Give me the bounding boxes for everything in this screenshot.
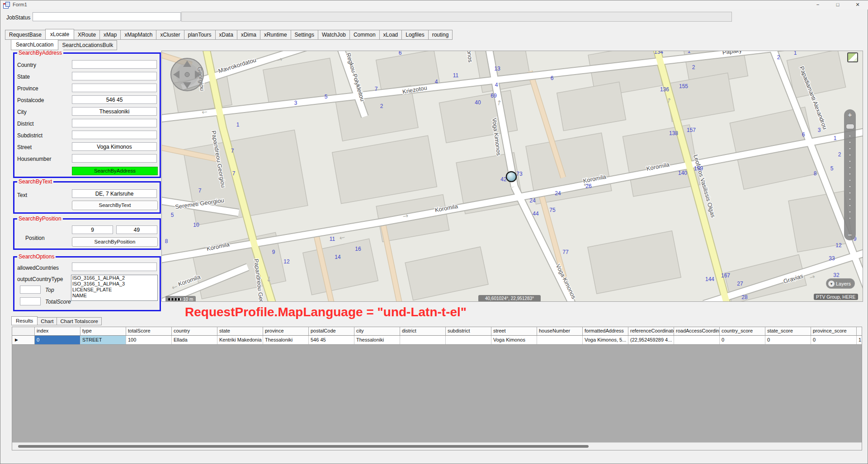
zoom-slider[interactable]: + −: [844, 109, 856, 240]
total-score-field[interactable]: [20, 297, 41, 305]
main-tab[interactable]: xData: [216, 30, 237, 40]
close-button[interactable]: ✕: [848, 0, 868, 9]
grid-corner-cell[interactable]: [12, 327, 35, 335]
address-field[interactable]: [72, 131, 157, 139]
pan-center-icon[interactable]: [185, 72, 189, 77]
grid-column-header[interactable]: province: [263, 327, 309, 335]
search-by-address-button[interactable]: SearchByAddress: [72, 167, 158, 175]
grid-column-header[interactable]: postalCode: [309, 327, 354, 335]
address-field[interactable]: [72, 95, 157, 104]
grid-cell[interactable]: 0: [765, 336, 811, 344]
main-tab[interactable]: xCluster: [156, 30, 184, 40]
grid-cell[interactable]: Kentriki Makedonia: [217, 336, 263, 344]
table-row[interactable]: ▶ 0STREET100ElladaKentriki MakedoniaThes…: [12, 336, 862, 345]
grid-cell[interactable]: [674, 336, 720, 344]
main-tab[interactable]: xRuntime: [260, 30, 291, 40]
grid-column-header[interactable]: district: [400, 327, 446, 335]
results-tab[interactable]: Chart: [38, 317, 57, 325]
grid-cell[interactable]: Ellada: [172, 336, 217, 344]
address-field[interactable]: [72, 72, 157, 80]
main-tab[interactable]: planTours: [184, 30, 216, 40]
grid-cell[interactable]: 1: [857, 336, 862, 344]
main-tab[interactable]: xMap: [100, 30, 121, 40]
address-field[interactable]: [72, 107, 157, 116]
top-field[interactable]: [20, 286, 41, 294]
result-location-marker[interactable]: [506, 172, 516, 182]
grid-column-header[interactable]: state_score: [765, 327, 811, 335]
grid-column-header[interactable]: [857, 327, 862, 335]
grid-cell[interactable]: [446, 336, 491, 344]
address-field[interactable]: [72, 154, 157, 163]
grid-column-header[interactable]: houseNumber: [537, 327, 583, 335]
minimize-button[interactable]: −: [808, 0, 828, 9]
list-item[interactable]: ISO_3166_1_ALPHA_2: [71, 275, 157, 281]
row-selector-cell[interactable]: ▶: [12, 336, 35, 344]
title-bar[interactable]: Form1 − □ ✕: [0, 0, 868, 9]
grid-cell[interactable]: [400, 336, 446, 344]
grid-cell[interactable]: 100: [126, 336, 172, 344]
main-tab[interactable]: XRoute: [74, 30, 100, 40]
grid-cell[interactable]: 0: [720, 336, 765, 344]
sub-tab[interactable]: SearchLocationsBulk: [58, 40, 117, 50]
grid-cell[interactable]: Thessaloniki: [263, 336, 309, 344]
allowed-countries-field[interactable]: [72, 262, 157, 271]
main-tab[interactable]: xLoad: [380, 30, 402, 40]
grid-column-header[interactable]: city: [354, 327, 400, 335]
grid-cell[interactable]: 0: [35, 336, 80, 344]
list-item[interactable]: LICENSE_PLATE: [71, 287, 157, 293]
grid-cell[interactable]: 0: [811, 336, 857, 344]
grid-column-header[interactable]: subdistrict: [446, 327, 491, 335]
grid-cell[interactable]: Voga Kimonos: [491, 336, 537, 344]
grid-column-header[interactable]: country: [172, 327, 217, 335]
maximize-button[interactable]: □: [828, 0, 848, 9]
main-tab[interactable]: xMapMatch: [121, 30, 156, 40]
horizontal-scrollbar[interactable]: [12, 442, 862, 450]
main-tab[interactable]: Common: [350, 30, 380, 40]
position-y-field[interactable]: [116, 225, 157, 234]
layers-button[interactable]: ▾ Layers: [826, 278, 855, 289]
main-tab[interactable]: xDima: [237, 30, 260, 40]
grid-cell[interactable]: Voga Kimonos, 5...: [583, 336, 628, 344]
horizontal-scrollbar-thumb[interactable]: [18, 445, 589, 448]
main-tab[interactable]: routing: [429, 30, 453, 40]
grid-column-header[interactable]: type: [80, 327, 126, 335]
grid-column-header[interactable]: roadAccessCoordinate: [674, 327, 720, 335]
main-tab[interactable]: Logfiles: [402, 30, 428, 40]
address-field[interactable]: [72, 84, 157, 92]
address-field[interactable]: [72, 60, 157, 69]
zoom-in-button[interactable]: +: [844, 111, 856, 119]
zoom-out-button[interactable]: −: [844, 231, 856, 239]
list-item[interactable]: NAME: [71, 293, 157, 299]
list-item[interactable]: ISO_3166_1_ALPHA_3: [71, 281, 157, 287]
main-tab[interactable]: Settings: [291, 30, 318, 40]
grid-cell[interactable]: [537, 336, 583, 344]
jobstatus-input[interactable]: [33, 12, 181, 21]
text-field[interactable]: [72, 189, 157, 198]
grid-column-header[interactable]: country_score: [720, 327, 765, 335]
output-country-type-listbox[interactable]: ISO_3166_1_ALPHA_2ISO_3166_1_ALPHA_3LICE…: [71, 275, 158, 301]
position-x-field[interactable]: [72, 225, 113, 234]
grid-column-header[interactable]: totalScore: [126, 327, 172, 335]
address-field[interactable]: [72, 142, 157, 151]
grid-column-header[interactable]: index: [35, 327, 80, 335]
grid-column-header[interactable]: formattedAddress: [583, 327, 628, 335]
results-tab[interactable]: Results: [11, 316, 38, 325]
grid-column-header[interactable]: province_score: [811, 327, 857, 335]
main-tab[interactable]: WatchJob: [318, 30, 350, 40]
grid-cell[interactable]: 546 45: [309, 336, 354, 344]
map-canvas[interactable]: →←←→↑↑→←↓←GeorgiouMavrokordatouPapandreo…: [162, 51, 863, 301]
grid-column-header[interactable]: street: [491, 327, 537, 335]
grid-column-header[interactable]: state: [217, 327, 263, 335]
main-tab[interactable]: RequestBase: [5, 30, 46, 40]
grid-cell[interactable]: Thessaloniki: [354, 336, 400, 344]
zoom-slider-thumb[interactable]: [846, 124, 854, 129]
results-tab[interactable]: Chart Totalscore: [57, 317, 102, 325]
map-pan-control[interactable]: [170, 57, 204, 92]
grid-column-header[interactable]: referenceCoordinate: [628, 327, 674, 335]
map-view[interactable]: →←←→↑↑→←↓←GeorgiouMavrokordatouPapandreo…: [161, 51, 863, 302]
sub-tab[interactable]: SearchLocation: [11, 39, 58, 50]
main-tab[interactable]: xLocate: [45, 29, 74, 40]
grid-cell[interactable]: STREET: [80, 336, 126, 344]
address-field[interactable]: [72, 119, 157, 127]
grid-cell[interactable]: (22,952459289 4...: [628, 336, 674, 344]
